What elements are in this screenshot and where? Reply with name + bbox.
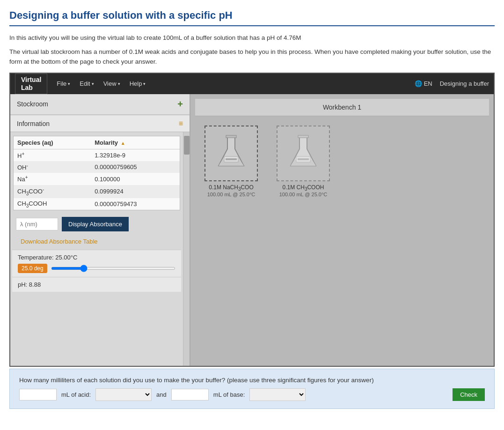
- table-row: H+ 1.32918e-9: [14, 149, 180, 161]
- download-absorbance-link[interactable]: Download Absorbance Table: [16, 235, 102, 248]
- flask1-box[interactable]: [205, 126, 258, 181]
- toolbar-right: 🌐 EN Designing a buffer: [415, 80, 489, 87]
- menu-edit[interactable]: Edit ▾: [75, 78, 98, 89]
- vlab-main: Stockroom + Information ≡: [10, 94, 494, 366]
- menu-help[interactable]: Help ▾: [125, 78, 151, 89]
- information-menu-icon[interactable]: ≡: [179, 119, 183, 128]
- language-button[interactable]: 🌐 EN: [415, 80, 432, 87]
- table-row: OH- 0.00000759605: [14, 161, 180, 173]
- page-title: Designing a buffer solution with a speci…: [9, 9, 495, 26]
- col-molarity: Molarity ▲: [91, 136, 180, 149]
- answer-question: How many milliliters of each solution di…: [19, 377, 485, 384]
- help-arrow-icon: ▾: [143, 82, 146, 86]
- display-absorbance-button[interactable]: Display Absorbance: [62, 217, 129, 231]
- table-row: Na+ 0.100000: [14, 173, 180, 185]
- workbench-area: 0.1M NaCH3COO 100.00 mL @ 25.0°C: [195, 116, 489, 207]
- temperature-slider-row: 25.0 deg: [18, 264, 175, 273]
- base-select[interactable]: CH₃COOH NaCH₃COO: [249, 388, 306, 401]
- temperature-slider[interactable]: [51, 267, 175, 270]
- scroll-thumb: [184, 136, 190, 155]
- acid-ml-input[interactable]: [19, 389, 57, 400]
- acid-ml-label: mL of acid:: [61, 391, 91, 398]
- right-panel: Workbench 1: [190, 94, 494, 366]
- col-species: Species (aq): [14, 136, 91, 149]
- svg-rect-5: [298, 158, 309, 160]
- table-row: CH3COOH 0.00000759473: [14, 198, 180, 210]
- ph-label: pH: 8.88: [18, 281, 175, 288]
- intro-text-1: In this activity you will be using the v…: [9, 33, 495, 43]
- lambda-input[interactable]: [16, 218, 58, 230]
- workbench-title: Workbench 1: [323, 104, 361, 111]
- flask1-svg: [215, 134, 248, 171]
- stockroom-title: Stockroom: [17, 100, 48, 108]
- virtual-lab-container: Virtual Lab File ▾ Edit ▾ View ▾ Help ▾: [9, 73, 495, 367]
- check-button[interactable]: Check: [453, 388, 485, 401]
- view-arrow-icon: ▾: [118, 82, 120, 86]
- temperature-label: Temperature: 25.00°C: [18, 254, 175, 261]
- acid-select[interactable]: CH₃COOH NaCH₃COO: [95, 388, 152, 401]
- ph-section: pH: 8.88: [12, 277, 181, 292]
- flask1-sublabel: 100.00 mL @ 25.0°C: [207, 192, 256, 197]
- flask2-box[interactable]: [277, 126, 330, 181]
- absorbance-row: Display Absorbance: [12, 212, 181, 233]
- answer-row: mL of acid: CH₃COOH NaCH₃COO and mL of b…: [19, 388, 485, 401]
- left-panel: Stockroom + Information ≡: [10, 94, 190, 366]
- information-header: Information ≡: [10, 116, 190, 132]
- flask2-svg: [287, 134, 320, 171]
- toolbar: Virtual Lab File ▾ Edit ▾ View ▾ Help ▾: [10, 74, 494, 94]
- project-name: Designing a buffer: [440, 80, 489, 87]
- sort-icon: ▲: [121, 141, 125, 146]
- svg-rect-2: [226, 158, 237, 160]
- edit-arrow-icon: ▾: [92, 82, 94, 86]
- information-title: Information: [17, 120, 50, 127]
- scroll-bar[interactable]: [183, 132, 190, 366]
- base-ml-label: mL of base:: [213, 391, 245, 398]
- file-arrow-icon: ▾: [68, 82, 70, 86]
- species-table: Species (aq) Molarity ▲: [14, 136, 180, 210]
- svg-rect-3: [298, 135, 308, 138]
- and-label: and: [156, 391, 167, 398]
- answer-section: How many milliliters of each solution di…: [9, 369, 495, 409]
- stockroom-header: Stockroom +: [10, 94, 190, 115]
- flask2-container: 0.1M CH3COOH 100.00 mL @ 25.0°C: [277, 126, 330, 197]
- flask2-sublabel: 100.00 mL @ 25.0°C: [279, 192, 328, 197]
- menu-file[interactable]: File ▾: [52, 78, 75, 89]
- temperature-badge: 25.0 deg: [18, 264, 47, 273]
- menu-view[interactable]: View ▾: [99, 78, 125, 89]
- vlab-logo: Virtual Lab: [15, 74, 47, 94]
- globe-icon: 🌐: [415, 80, 422, 87]
- intro-text-2: The virtual lab stockroom has a number o…: [9, 47, 495, 67]
- table-row: CH3COO- 0.0999924: [14, 185, 180, 198]
- svg-rect-0: [226, 135, 236, 138]
- flask2-label: 0.1M CH3COOH: [283, 184, 324, 192]
- flask1-container: 0.1M NaCH3COO 100.00 mL @ 25.0°C: [205, 126, 258, 197]
- temperature-section: Temperature: 25.00°C 25.0 deg: [12, 250, 181, 277]
- flask1-label: 0.1M NaCH3COO: [209, 184, 254, 192]
- add-stockroom-button[interactable]: +: [177, 99, 183, 110]
- base-ml-input[interactable]: [171, 389, 209, 400]
